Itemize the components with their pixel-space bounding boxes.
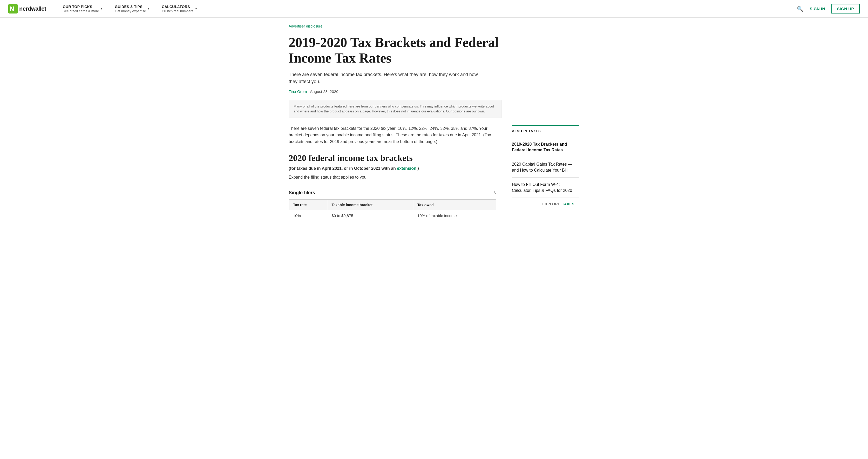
nav-calculators-label: CALCULATORS bbox=[162, 5, 193, 9]
nav-top-picks-chevron: ▾ bbox=[101, 7, 102, 10]
sidebar-link-capital-gains[interactable]: 2020 Capital Gains Tax Rates — and How t… bbox=[512, 161, 579, 173]
nav-top-picks-label: OUR TOP PICKS bbox=[63, 5, 99, 9]
article-title: 2019-2020 Tax Brackets and Federal Incom… bbox=[289, 35, 512, 66]
sidebar: ALSO IN TAXES 2019-2020 Tax Brackets and… bbox=[512, 125, 579, 206]
search-icon[interactable]: 🔍 bbox=[797, 6, 803, 12]
nav-guides[interactable]: GUIDES & TIPS Get money expertise ▾ bbox=[108, 0, 155, 18]
advertiser-disclosure-link[interactable]: Advertiser disclosure bbox=[289, 24, 322, 28]
main-content: There are seven federal tax brackets for… bbox=[289, 125, 496, 221]
table-header-row: Tax rate Taxable income bracket Tax owed bbox=[289, 200, 496, 210]
nav-top-picks-sub: See credit cards & more bbox=[63, 9, 99, 13]
article-header: 2019-2020 Tax Brackets and Federal Incom… bbox=[289, 35, 579, 94]
explore-row: EXPLORE TAXES → bbox=[512, 202, 579, 206]
table-row: 10% $0 to $9,875 10% of taxable income bbox=[289, 210, 496, 221]
page-wrapper: Advertiser disclosure 2019-2020 Tax Brac… bbox=[278, 18, 590, 221]
also-in-label: ALSO IN TAXES bbox=[512, 129, 579, 133]
logo[interactable]: N nerdwallet bbox=[8, 4, 46, 13]
sidebar-divider-2 bbox=[512, 177, 579, 178]
article-subtitle: There are seven federal income tax brack… bbox=[289, 71, 486, 85]
logo-icon: N bbox=[8, 4, 18, 13]
article-date: August 28, 2020 bbox=[310, 89, 338, 94]
sidebar-top-line bbox=[512, 125, 579, 126]
article-meta: Tina Orem August 28, 2020 bbox=[289, 89, 579, 94]
sidebar-divider-top bbox=[512, 137, 579, 137]
svg-text:N: N bbox=[10, 5, 14, 13]
header-actions: 🔍 SIGN IN SIGN UP bbox=[797, 4, 860, 13]
explore-link-text: TAXES bbox=[562, 202, 575, 206]
sidebar-divider-3 bbox=[512, 197, 579, 198]
explore-label: EXPLORE bbox=[542, 202, 560, 206]
nav-guides-sub: Get money expertise bbox=[115, 9, 146, 13]
sidebar-divider-1 bbox=[512, 157, 579, 157]
expand-text: Expand the filing status that applies to… bbox=[289, 175, 496, 180]
sidebar-link-current[interactable]: 2019-2020 Tax Brackets and Federal Incom… bbox=[512, 142, 579, 153]
site-header: N nerdwallet OUR TOP PICKS See credit ca… bbox=[0, 0, 868, 18]
cell-rate: 10% bbox=[289, 210, 327, 221]
logo-wordmark: nerdwallet bbox=[19, 5, 46, 12]
sign-up-button[interactable]: SIGN UP bbox=[831, 4, 860, 13]
partner-notice: Many or all of the products featured her… bbox=[289, 100, 501, 118]
explore-taxes-link[interactable]: TAXES → bbox=[562, 202, 579, 206]
sign-in-button[interactable]: SIGN IN bbox=[810, 6, 825, 11]
sidebar-link-w4[interactable]: How to Fill Out Form W-4: Calculator, Ti… bbox=[512, 182, 579, 193]
cell-bracket: $0 to $9,875 bbox=[327, 210, 413, 221]
cell-owed: 10% of taxable income bbox=[413, 210, 496, 221]
main-nav: OUR TOP PICKS See credit cards & more ▾ … bbox=[57, 0, 797, 18]
nav-calculators-sub: Crunch real numbers bbox=[162, 9, 193, 13]
subheading-text: (for taxes due in April 2021, or in Octo… bbox=[289, 166, 396, 171]
accordion-chevron-icon: ∧ bbox=[493, 190, 496, 195]
section-heading: 2020 federal income tax brackets bbox=[289, 153, 496, 163]
extension-link[interactable]: extension bbox=[397, 166, 416, 171]
advertiser-disclosure: Advertiser disclosure bbox=[289, 18, 579, 31]
intro-text: There are seven federal tax brackets for… bbox=[289, 125, 496, 145]
col-tax-rate: Tax rate bbox=[289, 200, 327, 210]
single-filers-accordion[interactable]: Single filers ∧ bbox=[289, 186, 496, 200]
nav-calculators[interactable]: CALCULATORS Crunch real numbers ▾ bbox=[155, 0, 203, 18]
tax-table: Tax rate Taxable income bracket Tax owed… bbox=[289, 200, 496, 221]
author-link[interactable]: Tina Orem bbox=[289, 89, 307, 94]
nav-guides-label: GUIDES & TIPS bbox=[115, 5, 146, 9]
accordion-label: Single filers bbox=[289, 190, 315, 195]
col-tax-owed: Tax owed bbox=[413, 200, 496, 210]
content-layout: There are seven federal tax brackets for… bbox=[289, 125, 579, 221]
explore-arrow-icon: → bbox=[576, 202, 580, 206]
subheading-end: ) bbox=[417, 166, 419, 171]
col-taxable-income: Taxable income bracket bbox=[327, 200, 413, 210]
subheading: (for taxes due in April 2021, or in Octo… bbox=[289, 166, 496, 171]
nav-guides-chevron: ▾ bbox=[148, 7, 149, 10]
nav-calculators-chevron: ▾ bbox=[195, 7, 197, 10]
nav-top-picks[interactable]: OUR TOP PICKS See credit cards & more ▾ bbox=[57, 0, 108, 18]
